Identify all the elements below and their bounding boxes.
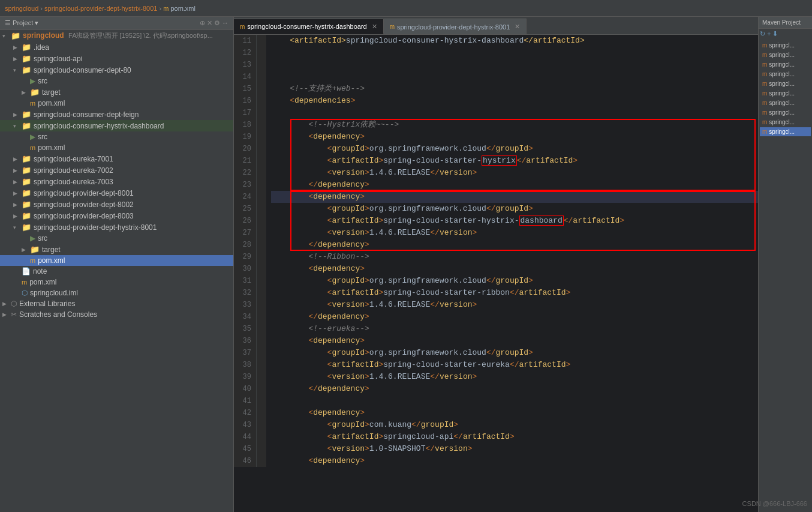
watermark: CSDN @666-LBJ-666 bbox=[742, 500, 807, 507]
maven-add-icon[interactable]: + bbox=[767, 30, 771, 38]
code-line-40: </dependency> bbox=[271, 383, 758, 395]
code-line-30: <dependency> bbox=[271, 263, 758, 275]
red-box-1-container: <!--Hystrix依赖~~--> <dependency> <groupId… bbox=[271, 119, 758, 191]
code-line-37: <groupId>org.springframework.cloud</grou… bbox=[271, 347, 758, 359]
sidebar-item-hystrix-dashboard[interactable]: ▾ 📁 springcloud-consumer-hystrix-dashboa… bbox=[0, 120, 233, 131]
code-line-14 bbox=[271, 71, 758, 83]
code-line-26: <artifactId>spring-cloud-starter-hystrix… bbox=[271, 215, 758, 227]
code-line-43: <groupId>com.kuang</groupId> bbox=[271, 419, 758, 431]
code-line-12 bbox=[271, 47, 758, 59]
sidebar-item-pom-80[interactable]: m pom.xml bbox=[0, 98, 233, 109]
code-line-22: <version>1.4.6.RELEASE</version> bbox=[271, 167, 758, 179]
code-line-29: <!--Ribbon--> bbox=[271, 251, 758, 263]
sidebar-item-provider-8001[interactable]: ▶ 📁 springcloud-provider-dept-8001 bbox=[0, 187, 233, 199]
sidebar-item-springcloud[interactable]: ▾ 📁 springcloud FA班级管理\西开 [19525] \2. 代码… bbox=[0, 30, 233, 41]
maven-refresh-icon[interactable]: ↻ bbox=[760, 30, 765, 38]
sidebar-item-src-hystrix-8001[interactable]: ▶ src bbox=[0, 233, 233, 244]
sidebar-item-provider-8003[interactable]: ▶ 📁 springcloud-provider-dept-8003 bbox=[0, 210, 233, 221]
code-line-17 bbox=[271, 107, 758, 119]
maven-item-2[interactable]: mspringcl... bbox=[760, 50, 811, 59]
tab-bar: m springcloud-consumer-hystrix-dashboard… bbox=[234, 17, 758, 35]
code-line-27: <version>1.4.6.RELEASE</version> bbox=[271, 227, 758, 239]
code-line-16: <dependencies> bbox=[271, 95, 758, 107]
code-line-31: <groupId>org.springframework.cloud</grou… bbox=[271, 275, 758, 287]
maven-toolbar: ↻ + ⬇ bbox=[760, 30, 811, 38]
code-line-13 bbox=[271, 59, 758, 71]
code-line-42: <dependency> bbox=[271, 407, 758, 419]
code-line-28: </dependency> bbox=[271, 239, 758, 251]
sidebar-item-idea[interactable]: ▶ 📁 .idea bbox=[0, 41, 233, 53]
code-line-39: <version>1.4.6.RELEASE</version> bbox=[271, 371, 758, 383]
code-area: <artifactId>springcloud-consumer-hystrix… bbox=[266, 35, 758, 467]
tab-close-hystrix-dashboard[interactable]: ✕ bbox=[372, 23, 377, 31]
maven-item-3[interactable]: mspringcl... bbox=[760, 60, 811, 69]
sidebar-item-src-80[interactable]: ▶ src bbox=[0, 76, 233, 86]
code-line-38: <artifactId>spring-cloud-starter-eureka<… bbox=[271, 359, 758, 371]
sidebar-item-consumer-80[interactable]: ▾ 📁 springcloud-consumer-dept-80 bbox=[0, 64, 233, 76]
maven-item-7[interactable]: mspringcl... bbox=[760, 98, 811, 107]
sidebar-item-api[interactable]: ▶ 📁 springcloud-api bbox=[0, 53, 233, 64]
sidebar-item-target-80[interactable]: ▶ 📁 target bbox=[0, 86, 233, 98]
code-line-15: <!--支持类+web--> bbox=[271, 83, 758, 95]
red-box-2-container: <dependency> <groupId>org.springframewor… bbox=[271, 191, 758, 251]
code-line-24: <dependency> bbox=[271, 191, 758, 203]
maven-item-10[interactable]: mspringcl... bbox=[760, 127, 811, 136]
tab-hystrix-dashboard[interactable]: m springcloud-consumer-hystrix-dashboard… bbox=[234, 19, 384, 34]
sidebar-title: ☰ Project ▾ bbox=[5, 19, 38, 27]
maven-item-9[interactable]: mspringcl... bbox=[760, 118, 811, 127]
breadcrumb: springcloud › springcloud-provider-dept-… bbox=[5, 5, 196, 12]
sidebar-item-eureka-7003[interactable]: ▶ 📁 springcloud-eureka-7003 bbox=[0, 176, 233, 187]
code-line-36: <dependency> bbox=[271, 335, 758, 347]
sidebar-item-target-hystrix-8001[interactable]: ▶ 📁 target bbox=[0, 244, 233, 255]
code-line-34: </dependency> bbox=[271, 311, 758, 323]
maven-item-1[interactable]: mspringcl... bbox=[760, 41, 811, 50]
main-layout: ☰ Project ▾ ⊕ ✕ ⚙ ↔ ▾ 📁 springcloud FA班级… bbox=[0, 17, 812, 512]
code-line-33: <version>1.4.6.RELEASE</version> bbox=[271, 299, 758, 311]
maven-item-5[interactable]: mspringcl... bbox=[760, 79, 811, 88]
code-line-41 bbox=[271, 395, 758, 407]
code-line-45: <version>1.0-SNAPSHOT</version> bbox=[271, 443, 758, 455]
maven-panel-header: Maven Project bbox=[759, 17, 812, 29]
sidebar-item-hystrix-8001[interactable]: ▾ 📁 springcloud-provider-dept-hystrix-80… bbox=[0, 221, 233, 233]
maven-download-icon[interactable]: ⬇ bbox=[772, 30, 778, 38]
maven-item-8[interactable]: mspringcl... bbox=[760, 108, 811, 117]
sidebar-item-pom-hystrix[interactable]: m pom.xml bbox=[0, 142, 233, 153]
tab-provider-hystrix-8001[interactable]: m springcloud-provider-dept-hystrix-8001… bbox=[384, 19, 527, 34]
tab-close-provider[interactable]: ✕ bbox=[515, 23, 520, 31]
tab-label-hystrix-dashboard: springcloud-consumer-hystrix-dashboard bbox=[247, 23, 366, 30]
maven-title: Maven Project bbox=[762, 19, 801, 26]
sidebar-item-iml[interactable]: ⬡ springcloud.iml bbox=[0, 288, 233, 298]
sidebar-item-src-hystrix[interactable]: ▶ src bbox=[0, 131, 233, 142]
code-line-20: <groupId>org.springframework.cloud</grou… bbox=[271, 143, 758, 155]
sidebar-item-note[interactable]: 📄 note bbox=[0, 266, 233, 277]
code-line-21: <artifactId>spring-cloud-starter-hystrix… bbox=[271, 155, 758, 167]
sidebar-item-eureka-7001[interactable]: ▶ 📁 springcloud-eureka-7001 bbox=[0, 153, 233, 164]
sidebar: ☰ Project ▾ ⊕ ✕ ⚙ ↔ ▾ 📁 springcloud FA班级… bbox=[0, 17, 234, 512]
maven-item-6[interactable]: mspringcl... bbox=[760, 89, 811, 98]
code-line-32: <artifactId>spring-cloud-starter-ribbon<… bbox=[271, 287, 758, 299]
sidebar-item-pom-root[interactable]: m pom.xml bbox=[0, 277, 233, 288]
sidebar-item-consumer-feign[interactable]: ▶ 📁 springcloud-consumer-dept-feign bbox=[0, 109, 233, 120]
code-line-23: </dependency> bbox=[271, 179, 758, 191]
code-line-35: <!--erueka--> bbox=[271, 323, 758, 335]
sidebar-item-external-libs[interactable]: ▶ ⬡ External Libraries bbox=[0, 298, 233, 309]
sidebar-item-pom-hystrix-8001[interactable]: m pom.xml bbox=[0, 255, 233, 266]
sidebar-header: ☰ Project ▾ ⊕ ✕ ⚙ ↔ bbox=[0, 17, 233, 30]
code-line-18: <!--Hystrix依赖~~--> bbox=[271, 119, 758, 131]
editor-content: 11 12 13 14 15 16 17 18 19 20 21 22 23 2… bbox=[234, 35, 758, 467]
code-line-44: <artifactId>springcloud-api</artifactId> bbox=[271, 431, 758, 443]
sidebar-actions: ⊕ ✕ ⚙ ↔ bbox=[200, 19, 228, 27]
sidebar-item-provider-8002[interactable]: ▶ 📁 springcloud-provider-dept-8002 bbox=[0, 199, 233, 210]
sidebar-item-scratches[interactable]: ▶ ✂ Scratches and Consoles bbox=[0, 309, 233, 320]
maven-item-4[interactable]: mspringcl... bbox=[760, 70, 811, 79]
sidebar-item-eureka-7002[interactable]: ▶ 📁 springcloud-eureka-7002 bbox=[0, 164, 233, 176]
code-line-25: <groupId>org.springframework.cloud</grou… bbox=[271, 203, 758, 215]
code-line-46: <dependency> bbox=[271, 455, 758, 467]
line-numbers: 11 12 13 14 15 16 17 18 19 20 21 22 23 2… bbox=[234, 35, 257, 467]
tab-label-provider-hystrix: springcloud-provider-dept-hystrix-8001 bbox=[397, 23, 510, 31]
code-editor[interactable]: 11 12 13 14 15 16 17 18 19 20 21 22 23 2… bbox=[234, 35, 758, 512]
maven-panel: Maven Project ↻ + ⬇ mspringcl... mspring… bbox=[758, 17, 812, 512]
code-line-11: <artifactId>springcloud-consumer-hystrix… bbox=[271, 35, 758, 47]
topbar: springcloud › springcloud-provider-dept-… bbox=[0, 0, 812, 17]
code-line-19: <dependency> bbox=[271, 131, 758, 143]
